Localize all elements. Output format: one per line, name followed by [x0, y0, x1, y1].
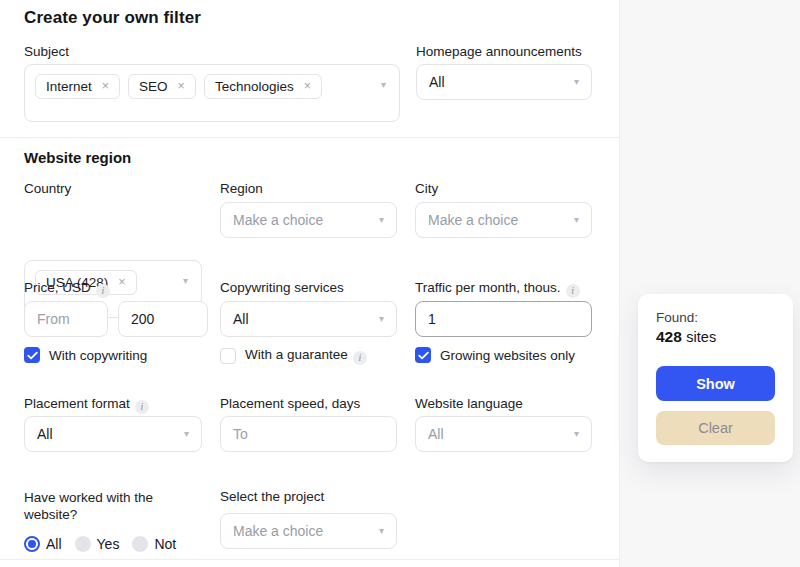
checkbox-label: With a guaranteei — [245, 347, 367, 365]
chevron-down-icon: ▾ — [184, 429, 189, 439]
checkbox-label: Growing websites only — [440, 348, 575, 363]
radio-not[interactable]: Not — [132, 536, 176, 552]
info-icon[interactable]: i — [135, 400, 149, 414]
price-from-input[interactable] — [24, 301, 108, 337]
info-icon[interactable]: i — [566, 284, 580, 298]
chevron-down-icon: ▾ — [183, 276, 188, 286]
tag-technologies: Technologies × — [204, 74, 322, 99]
checkbox-label-text: With a guarantee — [245, 347, 348, 362]
select-value: All — [233, 311, 249, 327]
subject-label: Subject — [24, 44, 69, 59]
found-count: 428 — [656, 328, 682, 345]
region-select[interactable]: Make a choice ▾ — [220, 202, 397, 238]
growing-websites-checkbox[interactable]: Growing websites only — [415, 347, 575, 363]
radio-yes[interactable]: Yes — [75, 536, 120, 552]
region-label: Region — [220, 181, 263, 196]
placement-speed-label: Placement speed, days — [220, 396, 360, 411]
traffic-label: Traffic per month, thous.i — [415, 280, 580, 298]
found-count-line: 428 sites — [656, 328, 716, 346]
clear-button[interactable]: Clear — [656, 411, 775, 445]
worked-with-label: Have worked with the website? — [24, 489, 189, 523]
chevron-down-icon: ▾ — [379, 314, 384, 324]
chevron-down-icon: ▾ — [379, 526, 384, 536]
chevron-down-icon: ▾ — [381, 80, 386, 90]
homepage-announcements-label: Homepage announcements — [416, 44, 582, 59]
radio-label: All — [46, 536, 62, 552]
traffic-label-text: Traffic per month, thous. — [415, 280, 561, 295]
with-guarantee-checkbox[interactable]: With a guaranteei — [220, 347, 367, 365]
show-button[interactable]: Show — [656, 366, 775, 401]
radio-selected-icon — [24, 536, 40, 552]
checkbox-checked-icon — [24, 347, 40, 363]
found-label: Found: — [656, 310, 698, 325]
price-label: Price, USDi — [24, 280, 110, 298]
found-count-suffix: sites — [686, 329, 716, 345]
chevron-down-icon: ▾ — [379, 215, 384, 225]
radio-unselected-icon — [75, 536, 91, 552]
placement-format-label: Placement formati — [24, 396, 149, 414]
info-icon[interactable]: i — [96, 284, 110, 298]
website-language-select[interactable]: All ▾ — [415, 416, 592, 452]
select-value: All — [37, 426, 53, 442]
project-select[interactable]: Make a choice ▾ — [220, 513, 397, 549]
select-placeholder: Make a choice — [233, 523, 323, 539]
placement-format-label-text: Placement format — [24, 396, 130, 411]
select-value: All — [428, 426, 444, 442]
radio-label: Yes — [97, 536, 120, 552]
chevron-down-icon: ▾ — [574, 215, 579, 225]
price-label-text: Price, USD — [24, 280, 91, 295]
placement-format-select[interactable]: All ▾ — [24, 416, 202, 452]
subject-multiselect[interactable]: Internet × SEO × Technologies × ▾ — [24, 64, 400, 122]
section-divider — [0, 137, 620, 138]
chevron-down-icon: ▾ — [574, 77, 579, 87]
checkbox-label: With copywriting — [49, 348, 147, 363]
with-copywriting-checkbox[interactable]: With copywriting — [24, 347, 147, 363]
chevron-down-icon: ▾ — [574, 429, 579, 439]
city-label: City — [415, 181, 438, 196]
tag-internet: Internet × — [35, 74, 120, 99]
copywriting-services-select[interactable]: All ▾ — [220, 301, 397, 337]
website-language-label: Website language — [415, 396, 523, 411]
select-placeholder: Make a choice — [233, 212, 323, 228]
price-to-input[interactable] — [118, 301, 208, 337]
select-project-label: Select the project — [220, 489, 324, 504]
radio-label: Not — [154, 536, 176, 552]
page-title: Create your own filter — [24, 8, 201, 28]
tag-seo: SEO × — [128, 74, 196, 99]
homepage-announcements-select[interactable]: All ▾ — [416, 64, 592, 100]
tag-label: Technologies — [215, 79, 294, 94]
remove-tag-icon[interactable]: × — [118, 276, 125, 289]
checkbox-unchecked-icon — [220, 348, 236, 364]
copywriting-services-label: Copywriting services — [220, 280, 344, 295]
website-region-heading: Website region — [24, 149, 131, 166]
select-placeholder: Make a choice — [428, 212, 518, 228]
tag-label: Internet — [46, 79, 92, 94]
remove-tag-icon[interactable]: × — [178, 80, 185, 93]
placement-speed-input[interactable] — [220, 416, 397, 452]
results-card: Found: 428 sites Show Clear — [638, 294, 793, 462]
checkbox-checked-icon — [415, 347, 431, 363]
select-value: All — [429, 74, 445, 90]
country-label: Country — [24, 181, 71, 196]
radio-unselected-icon — [132, 536, 148, 552]
filter-form-panel: Create your own filter Subject Internet … — [0, 0, 620, 567]
remove-tag-icon[interactable]: × — [102, 80, 109, 93]
info-icon[interactable]: i — [353, 351, 367, 365]
city-select[interactable]: Make a choice ▾ — [415, 202, 592, 238]
remove-tag-icon[interactable]: × — [304, 80, 311, 93]
tag-label: SEO — [139, 79, 168, 94]
bottom-divider — [0, 559, 620, 560]
radio-all[interactable]: All — [24, 536, 62, 552]
worked-with-radio-group: All Yes Not — [24, 536, 176, 552]
traffic-input[interactable] — [415, 301, 592, 337]
